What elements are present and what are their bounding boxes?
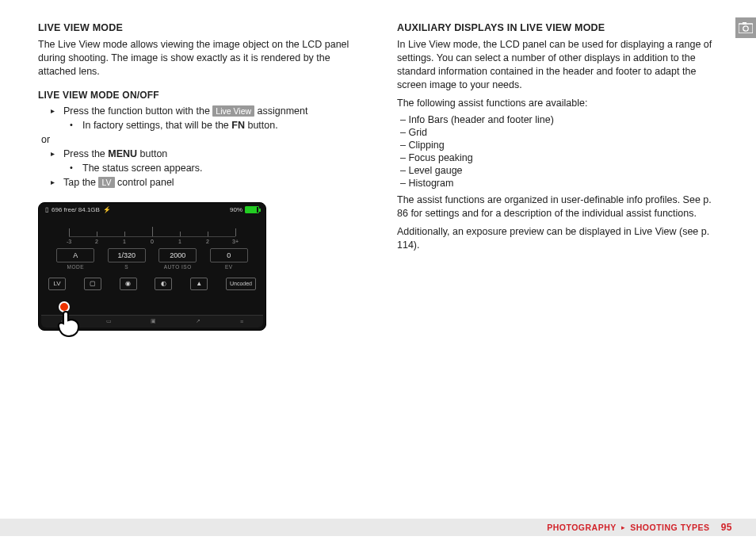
list-item: Info Bars (header and footer line) [400,114,721,125]
list-item: Focus peaking [400,152,721,163]
paragraph: In Live View mode, the LCD panel can be … [397,38,721,92]
file-icon: ▭ [106,318,112,324]
text: The status screen appears. [82,163,202,174]
lens-status: Uncoded [226,278,256,290]
tap-gesture-icon [56,301,90,335]
exposure-scale: -3 2 1 0 1 2 3+ [69,220,235,237]
text: Press the function button with the [63,105,212,117]
paragraph: The assist functions are organized in us… [397,193,721,220]
lv-toggle-icon: LV [48,278,66,290]
battery-pct: 90% [230,206,242,213]
heading-aux-displays: AUXILIARY DISPLAYS IN LIVE VIEW MODE [397,22,721,33]
page-footer: PHOTOGRAPHY ▸ SHOOTING TYPES 95 [0,519,756,536]
ev-box: 0 [210,248,248,262]
storage-text: 696 free/ 84.1GB [52,206,100,213]
exposure-row: A 1/320 2000 0 [39,248,265,262]
list-item: Grid [400,127,721,138]
breadcrumb-1: PHOTOGRAPHY [547,523,617,532]
breadcrumb-sep-icon: ▸ [621,523,626,531]
text: Tap the [63,177,98,188]
bold-menu: MENU [108,148,137,159]
shutter-box: 1/320 [108,248,146,262]
profile-icon: ▲ [190,278,208,290]
exposure-labels: MODE S AUTO ISO EV [39,264,265,270]
wb-icon: ◐ [155,278,172,290]
share-icon: ↗ [196,318,200,324]
pill-lv: LV [98,177,114,188]
or-separator: or [41,134,362,145]
step-press-menu: Press the MENU button [51,148,362,159]
svg-rect-1 [743,22,746,25]
text: assignment [254,105,307,117]
text: button. [245,120,278,131]
camera-lcd-illustration: ▯ 696 free/ 84.1GB ⚡ 90% -3 2 1 [38,202,266,331]
text: control panel [115,177,174,188]
step-press-fn: Press the function button with the Live … [51,105,362,117]
paragraph: The following assist functions are avail… [397,97,721,110]
text: button [137,148,167,159]
list-item: Level gauge [400,165,721,176]
breadcrumb-2: SHOOTING TYPES [630,523,709,532]
page-number: 95 [721,522,732,533]
lcd-icon-row: LV ▢ ◉ ◐ ▲ Uncoded [39,278,265,290]
list-item: Clipping [400,140,721,151]
heading-live-view-onoff: LIVE VIEW MODE ON/OFF [38,90,362,101]
substep-fn: In factory settings, that will be the FN… [70,120,362,131]
svg-point-2 [743,26,748,31]
paragraph: The Live View mode allows viewing the im… [38,38,362,79]
bold-fn: FN [231,120,245,131]
mode-box: A [56,248,94,262]
gallery-icon: ▣ [151,318,156,324]
substep-status: The status screen appears. [70,163,362,174]
heading-live-view-mode: LIVE VIEW MODE [38,22,362,33]
battery-icon [245,206,259,213]
right-column: AUXILIARY DISPLAYS IN LIVE VIEW MODE In … [397,22,721,331]
menu-icon: ≡ [240,319,243,324]
pill-live-view: Live View [212,105,254,117]
camera-icon [735,17,756,38]
flash-icon: ⚡ [103,206,111,213]
page-columns: LIVE VIEW MODE The Live View mode allows… [0,0,756,331]
iso-box: 2000 [158,248,197,262]
text: In factory settings, that will be the [82,120,231,131]
text: Press the [63,148,108,159]
assist-function-list: Info Bars (header and footer line) Grid … [400,114,721,189]
svg-rect-0 [739,24,753,33]
drive-icon: ▢ [84,278,101,290]
metering-icon: ◉ [120,278,137,290]
sd-icon: ▯ [45,206,48,213]
step-tap-lv: Tap the LV control panel [51,177,362,188]
paragraph: Additionally, an exposure preview can be… [397,225,721,252]
left-column: LIVE VIEW MODE The Live View mode allows… [38,22,362,331]
list-item: Histogram [400,178,721,189]
